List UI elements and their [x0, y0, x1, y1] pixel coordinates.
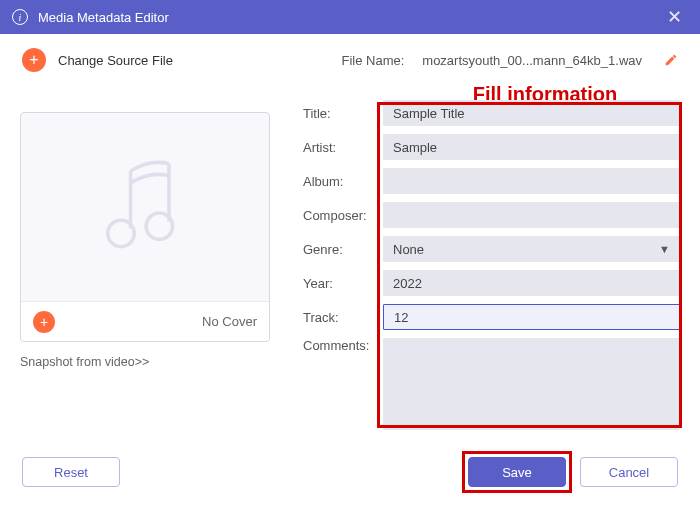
- cover-art-placeholder: [21, 113, 269, 301]
- annotation-save-highlight: Save: [468, 457, 566, 487]
- save-button[interactable]: Save: [468, 457, 566, 487]
- svg-point-1: [146, 213, 172, 239]
- no-cover-label: No Cover: [202, 314, 257, 329]
- label-composer: Composer:: [303, 208, 383, 223]
- row-track: Track:: [303, 304, 680, 330]
- label-year: Year:: [303, 276, 383, 291]
- window-title: Media Metadata Editor: [38, 10, 169, 25]
- input-title[interactable]: [383, 100, 680, 126]
- snapshot-from-video-link[interactable]: Snapshot from video>>: [20, 355, 149, 369]
- change-source-button[interactable]: Change Source File: [58, 53, 173, 68]
- edit-filename-icon[interactable]: [664, 53, 678, 67]
- select-genre-value: None: [393, 242, 424, 257]
- file-name-value: mozartsyouth_00...mann_64kb_1.wav: [422, 53, 642, 68]
- change-source-plus-icon[interactable]: +: [22, 48, 46, 72]
- input-track[interactable]: [383, 304, 680, 330]
- row-composer: Composer:: [303, 202, 680, 228]
- row-title: Title:: [303, 100, 680, 126]
- label-genre: Genre:: [303, 242, 383, 257]
- music-note-icon: [85, 147, 205, 267]
- info-icon: i: [12, 9, 28, 25]
- label-album: Album:: [303, 174, 383, 189]
- close-icon[interactable]: ✕: [661, 8, 688, 26]
- button-bar: Reset Save Cancel: [22, 457, 678, 487]
- row-year: Year:: [303, 270, 680, 296]
- select-genre[interactable]: None ▼: [383, 236, 680, 262]
- row-comments: Comments:: [303, 338, 680, 430]
- row-album: Album:: [303, 168, 680, 194]
- label-track: Track:: [303, 310, 383, 325]
- row-genre: Genre: None ▼: [303, 236, 680, 262]
- toolbar: + Change Source File File Name: mozartsy…: [0, 34, 700, 82]
- add-cover-button[interactable]: +: [33, 311, 55, 333]
- label-title: Title:: [303, 106, 383, 121]
- input-composer[interactable]: [383, 202, 680, 228]
- content-area: + No Cover Snapshot from video>> Title: …: [20, 100, 680, 435]
- row-artist: Artist:: [303, 134, 680, 160]
- input-album[interactable]: [383, 168, 680, 194]
- label-comments: Comments:: [303, 338, 383, 353]
- metadata-form: Title: Artist: Album: Composer: Genre: N…: [303, 100, 680, 435]
- cover-footer: + No Cover: [21, 301, 269, 341]
- file-name-label: File Name:: [341, 53, 404, 68]
- reset-button[interactable]: Reset: [22, 457, 120, 487]
- chevron-down-icon: ▼: [659, 243, 670, 255]
- label-artist: Artist:: [303, 140, 383, 155]
- input-comments[interactable]: [383, 338, 680, 430]
- cancel-button[interactable]: Cancel: [580, 457, 678, 487]
- titlebar: i Media Metadata Editor ✕: [0, 0, 700, 34]
- cover-panel: + No Cover: [20, 112, 270, 342]
- svg-point-0: [108, 220, 134, 246]
- input-artist[interactable]: [383, 134, 680, 160]
- input-year[interactable]: [383, 270, 680, 296]
